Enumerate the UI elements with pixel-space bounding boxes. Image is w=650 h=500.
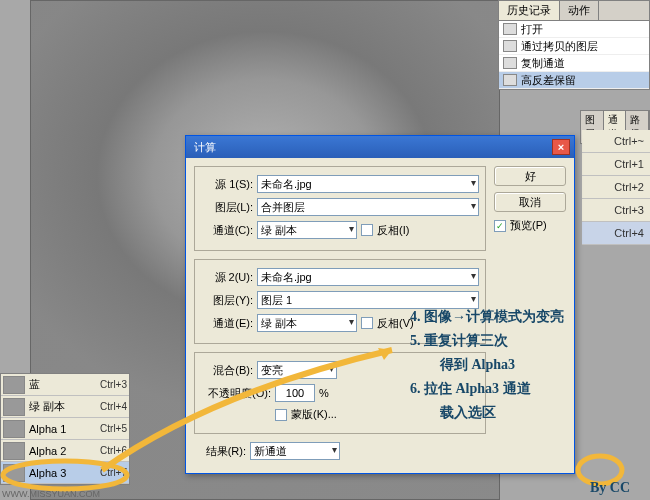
channel1-label: 通道(C): xyxy=(201,223,253,238)
shortcut-item[interactable]: Ctrl+~ xyxy=(582,130,650,153)
channel-name: Alpha 1 xyxy=(29,423,100,435)
layer2-label: 图层(Y): xyxy=(201,293,253,308)
history-icon xyxy=(503,23,517,35)
channels-list: 蓝Ctrl+3 绿 副本Ctrl+4 Alpha 1Ctrl+5 Alpha 2… xyxy=(0,373,130,485)
ok-button[interactable]: 好 xyxy=(494,166,566,186)
source1-select[interactable]: 未命名.jpg xyxy=(257,175,479,193)
channel1-value: 绿 副本 xyxy=(261,223,297,238)
layer2-value: 图层 1 xyxy=(261,293,292,308)
source2-value: 未命名.jpg xyxy=(261,270,312,285)
tab-actions[interactable]: 动作 xyxy=(560,1,599,20)
source2-group: 源 2(U):未命名.jpg 图层(Y):图层 1 通道(E):绿 副本反相(V… xyxy=(194,259,486,344)
channel-row[interactable]: Alpha 3Ctrl+7 xyxy=(1,462,129,484)
calculations-dialog: 计算 × 源 1(S):未命名.jpg 图层(L):合并图层 通道(C):绿 副… xyxy=(185,135,575,474)
history-label: 通过拷贝的图层 xyxy=(521,39,598,54)
layer1-label: 图层(L): xyxy=(201,200,253,215)
blend-group: 混合(B):变亮 不透明度(O):100% 蒙版(K)... xyxy=(194,352,486,434)
watermark: WWW.MISSYUAN.COM xyxy=(2,489,100,499)
blend-label: 混合(B): xyxy=(201,363,253,378)
tab-history[interactable]: 历史记录 xyxy=(499,1,560,20)
history-icon xyxy=(503,57,517,69)
channel-row[interactable]: 蓝Ctrl+3 xyxy=(1,374,129,396)
layer2-select[interactable]: 图层 1 xyxy=(257,291,479,309)
channel-swatch xyxy=(3,398,25,416)
mask-label: 蒙版(K)... xyxy=(291,407,337,422)
channel-swatch xyxy=(3,464,25,482)
layer1-value: 合并图层 xyxy=(261,200,305,215)
channel-key: Ctrl+7 xyxy=(100,467,127,478)
channel-name: 绿 副本 xyxy=(29,399,100,414)
blend-select[interactable]: 变亮 xyxy=(257,361,337,379)
shortcut-item[interactable]: Ctrl+3 xyxy=(582,199,650,222)
channel-name: 蓝 xyxy=(29,377,100,392)
cancel-button[interactable]: 取消 xyxy=(494,192,566,212)
invert1-checkbox[interactable] xyxy=(361,224,373,236)
mask-checkbox[interactable] xyxy=(275,409,287,421)
source2-label: 源 2(U): xyxy=(201,270,253,285)
preview-checkbox[interactable] xyxy=(494,220,506,232)
channel-row[interactable]: Alpha 2Ctrl+6 xyxy=(1,440,129,462)
dialog-title: 计算 xyxy=(190,140,552,155)
channel-row[interactable]: 绿 副本Ctrl+4 xyxy=(1,396,129,418)
preview-label: 预览(P) xyxy=(510,218,547,233)
opacity-label: 不透明度(O): xyxy=(201,386,271,401)
result-value: 新通道 xyxy=(254,444,287,459)
history-label: 高反差保留 xyxy=(521,73,576,88)
channel-row[interactable]: Alpha 1Ctrl+5 xyxy=(1,418,129,440)
layer1-select[interactable]: 合并图层 xyxy=(257,198,479,216)
channel-swatch xyxy=(3,420,25,438)
channel-key: Ctrl+5 xyxy=(100,423,127,434)
result-select[interactable]: 新通道 xyxy=(250,442,340,460)
source1-label: 源 1(S): xyxy=(201,177,253,192)
shortcut-item[interactable]: Ctrl+4 xyxy=(582,222,650,245)
history-icon xyxy=(503,74,517,86)
svg-point-1 xyxy=(578,456,622,484)
invert2-checkbox[interactable] xyxy=(361,317,373,329)
dialog-titlebar[interactable]: 计算 × xyxy=(186,136,574,158)
result-label: 结果(R): xyxy=(194,444,246,459)
shortcut-item[interactable]: Ctrl+1 xyxy=(582,153,650,176)
channel-key: Ctrl+6 xyxy=(100,445,127,456)
annotation-circle xyxy=(570,450,630,490)
history-item[interactable]: 打开 xyxy=(499,21,649,38)
channel-name: Alpha 2 xyxy=(29,445,100,457)
opacity-input[interactable]: 100 xyxy=(275,384,315,402)
shortcut-item[interactable]: Ctrl+2 xyxy=(582,176,650,199)
channel-swatch xyxy=(3,376,25,394)
invert2-label: 反相(V) xyxy=(377,316,414,331)
history-item[interactable]: 高反差保留 xyxy=(499,72,649,89)
invert1-label: 反相(I) xyxy=(377,223,409,238)
channel2-select[interactable]: 绿 副本 xyxy=(257,314,357,332)
channel-key: Ctrl+4 xyxy=(100,401,127,412)
channel-swatch xyxy=(3,442,25,460)
blend-value: 变亮 xyxy=(261,363,283,378)
history-label: 复制通道 xyxy=(521,56,565,71)
channel1-select[interactable]: 绿 副本 xyxy=(257,221,357,239)
history-item[interactable]: 复制通道 xyxy=(499,55,649,72)
history-icon xyxy=(503,40,517,52)
opacity-pct: % xyxy=(319,387,329,399)
history-item[interactable]: 通过拷贝的图层 xyxy=(499,38,649,55)
source1-value: 未命名.jpg xyxy=(261,177,312,192)
channel-shortcut-list: Ctrl+~ Ctrl+1 Ctrl+2 Ctrl+3 Ctrl+4 xyxy=(582,130,650,245)
channel2-label: 通道(E): xyxy=(201,316,253,331)
channel-key: Ctrl+3 xyxy=(100,379,127,390)
annotation-by: By CC xyxy=(590,480,630,496)
source2-select[interactable]: 未命名.jpg xyxy=(257,268,479,286)
history-label: 打开 xyxy=(521,22,543,37)
close-icon[interactable]: × xyxy=(552,139,570,155)
channel-name: Alpha 3 xyxy=(29,467,100,479)
source1-group: 源 1(S):未命名.jpg 图层(L):合并图层 通道(C):绿 副本反相(I… xyxy=(194,166,486,251)
channel2-value: 绿 副本 xyxy=(261,316,297,331)
history-panel: 历史记录 动作 打开 通过拷贝的图层 复制通道 高反差保留 xyxy=(498,0,650,90)
